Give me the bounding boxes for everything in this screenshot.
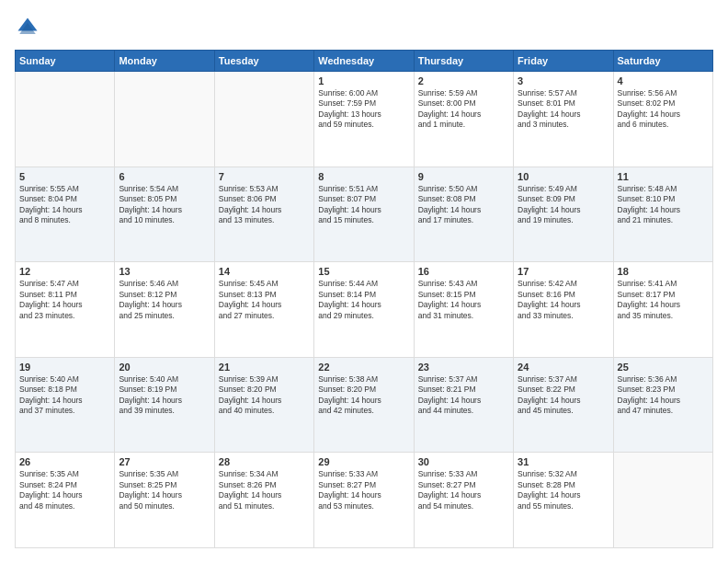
- day-number: 2: [418, 75, 509, 86]
- table-row: 7Sunrise: 5:53 AM Sunset: 8:06 PM Daylig…: [214, 167, 313, 262]
- table-row: 6Sunrise: 5:54 AM Sunset: 8:05 PM Daylig…: [115, 167, 214, 262]
- page: Sunday Monday Tuesday Wednesday Thursday…: [0, 0, 728, 563]
- table-row: 3Sunrise: 5:57 AM Sunset: 8:01 PM Daylig…: [514, 72, 613, 167]
- day-number: 23: [418, 362, 509, 373]
- day-number: 13: [119, 266, 210, 277]
- day-number: 6: [119, 171, 210, 182]
- day-content: Sunrise: 5:40 AM Sunset: 8:19 PM Dayligh…: [119, 374, 210, 417]
- table-row: 10Sunrise: 5:49 AM Sunset: 8:09 PM Dayli…: [514, 167, 613, 262]
- header-tuesday: Tuesday: [214, 51, 313, 72]
- day-number: 3: [518, 75, 609, 86]
- table-row: 21Sunrise: 5:39 AM Sunset: 8:20 PM Dayli…: [214, 357, 313, 453]
- table-row: 27Sunrise: 5:35 AM Sunset: 8:25 PM Dayli…: [115, 453, 214, 548]
- header-friday: Friday: [514, 51, 613, 72]
- calendar-header-row: Sunday Monday Tuesday Wednesday Thursday…: [16, 51, 713, 72]
- table-row: 15Sunrise: 5:44 AM Sunset: 8:14 PM Dayli…: [314, 262, 414, 358]
- day-number: 11: [618, 171, 709, 182]
- day-content: Sunrise: 5:37 AM Sunset: 8:22 PM Dayligh…: [518, 374, 609, 417]
- day-content: Sunrise: 5:41 AM Sunset: 8:17 PM Dayligh…: [618, 279, 709, 321]
- day-content: Sunrise: 5:43 AM Sunset: 8:15 PM Dayligh…: [418, 279, 509, 321]
- day-content: Sunrise: 5:32 AM Sunset: 8:28 PM Dayligh…: [518, 469, 609, 511]
- table-row: [115, 72, 214, 167]
- day-content: Sunrise: 5:49 AM Sunset: 8:09 PM Dayligh…: [518, 184, 609, 226]
- header: [15, 15, 713, 40]
- day-content: Sunrise: 6:00 AM Sunset: 7:59 PM Dayligh…: [318, 88, 409, 131]
- day-content: Sunrise: 5:34 AM Sunset: 8:26 PM Dayligh…: [219, 469, 310, 511]
- day-number: 25: [618, 362, 709, 373]
- day-number: 15: [318, 266, 409, 277]
- table-row: 5Sunrise: 5:55 AM Sunset: 8:04 PM Daylig…: [16, 167, 115, 262]
- day-content: Sunrise: 5:56 AM Sunset: 8:02 PM Dayligh…: [618, 88, 709, 131]
- day-number: 17: [518, 266, 609, 277]
- calendar-week-row: 1Sunrise: 6:00 AM Sunset: 7:59 PM Daylig…: [16, 72, 713, 167]
- day-content: Sunrise: 5:42 AM Sunset: 8:16 PM Dayligh…: [518, 279, 609, 321]
- day-number: 10: [518, 171, 609, 182]
- table-row: 28Sunrise: 5:34 AM Sunset: 8:26 PM Dayli…: [214, 453, 313, 548]
- day-number: 9: [418, 171, 509, 182]
- header-thursday: Thursday: [414, 51, 513, 72]
- day-content: Sunrise: 5:48 AM Sunset: 8:10 PM Dayligh…: [618, 184, 709, 226]
- day-content: Sunrise: 5:53 AM Sunset: 8:06 PM Dayligh…: [219, 184, 310, 226]
- day-content: Sunrise: 5:44 AM Sunset: 8:14 PM Dayligh…: [318, 279, 409, 321]
- day-number: 20: [119, 362, 210, 373]
- table-row: 2Sunrise: 5:59 AM Sunset: 8:00 PM Daylig…: [414, 72, 513, 167]
- table-row: [16, 72, 115, 167]
- table-row: [214, 72, 313, 167]
- table-row: 26Sunrise: 5:35 AM Sunset: 8:24 PM Dayli…: [16, 453, 115, 548]
- table-row: 30Sunrise: 5:33 AM Sunset: 8:27 PM Dayli…: [414, 453, 513, 548]
- day-content: Sunrise: 5:59 AM Sunset: 8:00 PM Dayligh…: [418, 88, 509, 131]
- logo: [15, 15, 44, 40]
- day-content: Sunrise: 5:40 AM Sunset: 8:18 PM Dayligh…: [19, 374, 110, 417]
- header-wednesday: Wednesday: [314, 51, 414, 72]
- day-number: 30: [418, 456, 509, 467]
- day-content: Sunrise: 5:45 AM Sunset: 8:13 PM Dayligh…: [219, 279, 310, 321]
- day-number: 21: [219, 362, 310, 373]
- day-content: Sunrise: 5:35 AM Sunset: 8:25 PM Dayligh…: [119, 469, 210, 511]
- day-content: Sunrise: 5:57 AM Sunset: 8:01 PM Dayligh…: [518, 88, 609, 131]
- table-row: 8Sunrise: 5:51 AM Sunset: 8:07 PM Daylig…: [314, 167, 414, 262]
- day-content: Sunrise: 5:38 AM Sunset: 8:20 PM Dayligh…: [318, 374, 409, 417]
- logo-icon: [15, 15, 40, 40]
- calendar-week-row: 12Sunrise: 5:47 AM Sunset: 8:11 PM Dayli…: [16, 262, 713, 358]
- table-row: 20Sunrise: 5:40 AM Sunset: 8:19 PM Dayli…: [115, 357, 214, 453]
- calendar-table: Sunday Monday Tuesday Wednesday Thursday…: [15, 50, 713, 548]
- calendar-week-row: 26Sunrise: 5:35 AM Sunset: 8:24 PM Dayli…: [16, 453, 713, 548]
- table-row: 11Sunrise: 5:48 AM Sunset: 8:10 PM Dayli…: [613, 167, 712, 262]
- calendar-week-row: 19Sunrise: 5:40 AM Sunset: 8:18 PM Dayli…: [16, 357, 713, 453]
- day-number: 24: [518, 362, 609, 373]
- day-content: Sunrise: 5:33 AM Sunset: 8:27 PM Dayligh…: [418, 469, 509, 511]
- day-content: Sunrise: 5:36 AM Sunset: 8:23 PM Dayligh…: [618, 374, 709, 417]
- day-number: 1: [318, 75, 409, 86]
- header-saturday: Saturday: [613, 51, 712, 72]
- day-number: 26: [19, 456, 110, 467]
- day-number: 4: [618, 75, 709, 86]
- day-content: Sunrise: 5:37 AM Sunset: 8:21 PM Dayligh…: [418, 374, 509, 417]
- table-row: 29Sunrise: 5:33 AM Sunset: 8:27 PM Dayli…: [314, 453, 414, 548]
- day-number: 16: [418, 266, 509, 277]
- table-row: [613, 453, 712, 548]
- table-row: 19Sunrise: 5:40 AM Sunset: 8:18 PM Dayli…: [16, 357, 115, 453]
- day-content: Sunrise: 5:51 AM Sunset: 8:07 PM Dayligh…: [318, 184, 409, 226]
- day-content: Sunrise: 5:39 AM Sunset: 8:20 PM Dayligh…: [219, 374, 310, 417]
- table-row: 4Sunrise: 5:56 AM Sunset: 8:02 PM Daylig…: [613, 72, 712, 167]
- day-number: 19: [19, 362, 110, 373]
- day-content: Sunrise: 5:55 AM Sunset: 8:04 PM Dayligh…: [19, 184, 110, 226]
- table-row: 18Sunrise: 5:41 AM Sunset: 8:17 PM Dayli…: [613, 262, 712, 358]
- day-number: 31: [518, 456, 609, 467]
- table-row: 14Sunrise: 5:45 AM Sunset: 8:13 PM Dayli…: [214, 262, 313, 358]
- table-row: 23Sunrise: 5:37 AM Sunset: 8:21 PM Dayli…: [414, 357, 513, 453]
- day-number: 7: [219, 171, 310, 182]
- table-row: 25Sunrise: 5:36 AM Sunset: 8:23 PM Dayli…: [613, 357, 712, 453]
- day-number: 29: [318, 456, 409, 467]
- day-content: Sunrise: 5:50 AM Sunset: 8:08 PM Dayligh…: [418, 184, 509, 226]
- day-content: Sunrise: 5:47 AM Sunset: 8:11 PM Dayligh…: [19, 279, 110, 321]
- day-number: 5: [19, 171, 110, 182]
- table-row: 1Sunrise: 6:00 AM Sunset: 7:59 PM Daylig…: [314, 72, 414, 167]
- table-row: 13Sunrise: 5:46 AM Sunset: 8:12 PM Dayli…: [115, 262, 214, 358]
- calendar-week-row: 5Sunrise: 5:55 AM Sunset: 8:04 PM Daylig…: [16, 167, 713, 262]
- day-number: 12: [19, 266, 110, 277]
- day-content: Sunrise: 5:46 AM Sunset: 8:12 PM Dayligh…: [119, 279, 210, 321]
- day-number: 14: [219, 266, 310, 277]
- header-monday: Monday: [115, 51, 214, 72]
- day-content: Sunrise: 5:33 AM Sunset: 8:27 PM Dayligh…: [318, 469, 409, 511]
